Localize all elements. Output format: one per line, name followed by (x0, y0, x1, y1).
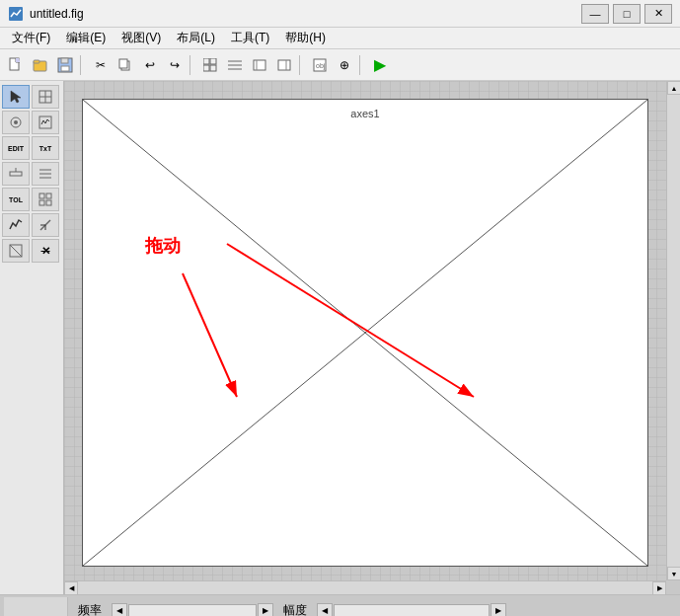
toolbar-separator-3 (299, 55, 305, 75)
tool-tol-button[interactable]: TOL (2, 188, 30, 211)
axes-label: axes1 (350, 108, 379, 119)
left-toolbar: EDIT TxT TOL (0, 81, 64, 594)
svg-marker-23 (11, 91, 21, 103)
tb-prop-button[interactable] (248, 53, 271, 77)
freq-spacer (4, 597, 68, 617)
menu-view[interactable]: 视图(V) (113, 28, 169, 48)
amp-scroll-track[interactable] (334, 604, 490, 617)
tb-save-button[interactable] (53, 53, 77, 77)
freq-scroll-left[interactable]: ◀ (112, 603, 127, 617)
tool-row-3: EDIT TxT (2, 136, 61, 160)
scroll-down-button[interactable]: ▼ (667, 567, 680, 580)
app-icon (8, 6, 24, 22)
svg-rect-9 (119, 59, 127, 68)
svg-point-28 (14, 120, 18, 124)
tool-row-7: ✕ (2, 239, 61, 263)
toolbar: ✂ ↩ ↪ obj ⊕ ▶ (0, 49, 680, 81)
freq-scroll-track[interactable] (128, 604, 257, 617)
menu-layout[interactable]: 布局(L) (169, 28, 223, 48)
amp-scroll-right[interactable]: ▶ (491, 603, 506, 617)
svg-rect-10 (203, 58, 209, 64)
svg-line-43 (10, 245, 22, 257)
title-bar: untitled.fig — □ ✕ (0, 0, 680, 28)
svg-rect-37 (39, 200, 44, 205)
tool-row-2 (2, 111, 61, 134)
svg-rect-35 (39, 193, 44, 198)
canvas-area[interactable]: ▲ ▼ ◀ ▶ axes1 (64, 81, 680, 594)
tool-5-button[interactable] (2, 162, 30, 186)
svg-rect-38 (46, 200, 51, 205)
select-tool-button[interactable] (2, 85, 30, 109)
tb-undo-button[interactable]: ↩ (138, 53, 162, 77)
tool-4-button[interactable] (32, 111, 59, 134)
tool-row-5: TOL (2, 188, 61, 211)
svg-text:obj: obj (316, 62, 326, 70)
tb-new-button[interactable] (4, 53, 28, 77)
maximize-button[interactable]: □ (613, 4, 641, 24)
svg-rect-30 (10, 172, 22, 176)
tool-9-button[interactable] (32, 213, 59, 237)
svg-rect-6 (61, 58, 68, 63)
scroll-corner (666, 580, 680, 594)
svg-rect-4 (34, 60, 39, 63)
tool-6-button[interactable] (32, 162, 59, 186)
tool-edit-button[interactable]: EDIT (2, 136, 30, 160)
axes-svg (83, 100, 647, 566)
freq-label: 频率 (74, 602, 106, 616)
scroll-left-button[interactable]: ◀ (64, 581, 78, 594)
tb-cut-button[interactable]: ✂ (89, 53, 113, 77)
minimize-button[interactable]: — (581, 4, 609, 24)
tb-obj2-button[interactable]: ⊕ (333, 53, 356, 77)
menu-bar: 文件(F) 编辑(E) 视图(V) 布局(L) 工具(T) 帮助(H) (0, 28, 680, 49)
tb-run-button[interactable]: ▶ (368, 53, 392, 77)
freq-scrollbar: ◀ ▶ (112, 601, 273, 617)
tb-grid2-button[interactable] (223, 53, 247, 77)
freq-scroll-right[interactable]: ▶ (258, 603, 273, 617)
tb-copy-button[interactable] (113, 53, 137, 77)
vertical-scrollbar: ▲ ▼ (666, 81, 680, 580)
tool-8-button[interactable] (2, 213, 30, 237)
amp-scrollbar: ◀ ▶ (317, 601, 506, 617)
tool-text-button[interactable]: TxT (32, 136, 59, 160)
svg-rect-17 (254, 60, 265, 70)
svg-rect-7 (61, 66, 69, 71)
toolbar-separator-2 (189, 55, 195, 75)
tool-3-button[interactable] (2, 111, 30, 134)
menu-help[interactable]: 帮助(H) (277, 28, 334, 48)
toolbar-separator-1 (80, 55, 86, 75)
tool-10-button[interactable] (2, 239, 30, 263)
menu-edit[interactable]: 编辑(E) (58, 28, 113, 48)
tb-obj1-button[interactable]: obj (308, 53, 332, 77)
tool-11-button[interactable]: ✕ (32, 239, 59, 263)
axes-container: axes1 (82, 99, 648, 567)
close-button[interactable]: ✕ (644, 4, 672, 24)
tool-row-4 (2, 162, 61, 186)
main-area: EDIT TxT TOL (0, 81, 680, 594)
svg-rect-11 (210, 58, 216, 64)
scroll-up-button[interactable]: ▲ (667, 81, 680, 95)
tb-grid1-button[interactable] (198, 53, 222, 77)
svg-rect-36 (46, 193, 51, 198)
window-title: untitled.fig (30, 7, 581, 21)
menu-tools[interactable]: 工具(T) (223, 28, 277, 48)
tb-open-button[interactable] (29, 53, 52, 77)
scroll-right-button[interactable]: ▶ (652, 581, 666, 594)
svg-rect-19 (278, 60, 290, 70)
tb-redo-button[interactable]: ↪ (163, 53, 187, 77)
tool-row-6 (2, 213, 61, 237)
tb-prop2-button[interactable] (272, 53, 296, 77)
toolbar-separator-4 (359, 55, 365, 75)
tool-7-button[interactable] (32, 188, 59, 211)
menu-file[interactable]: 文件(F) (4, 28, 58, 48)
drag-text: 拖动 (145, 234, 181, 258)
scroll-h-track[interactable] (78, 581, 652, 594)
scroll-v-track[interactable] (667, 95, 680, 567)
amp-label: 幅度 (279, 602, 311, 616)
tool-2-button[interactable] (32, 85, 59, 109)
window-controls: — □ ✕ (581, 4, 672, 24)
svg-rect-13 (210, 65, 216, 71)
bottom-controls: 频率 ◀ ▶ 幅度 ◀ ▶ (0, 594, 680, 616)
svg-rect-12 (203, 65, 209, 71)
horizontal-scrollbar: ◀ ▶ (64, 580, 666, 594)
amp-scroll-left[interactable]: ◀ (317, 603, 333, 617)
